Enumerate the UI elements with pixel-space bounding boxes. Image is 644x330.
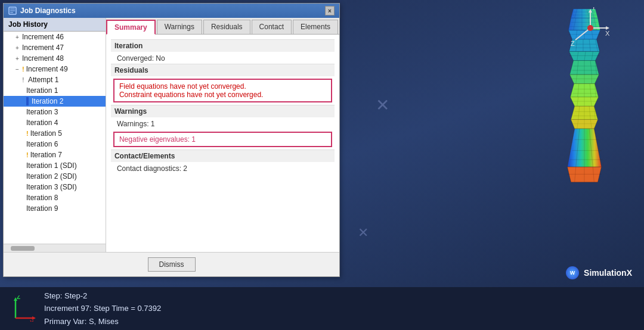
tree-item-inc47[interactable]: + Increment 47 [4,42,106,53]
cross-marker-2: ✕ [358,225,369,241]
svg-text:X: X [605,30,610,37]
cross-marker-1: ✕ [376,95,389,115]
step-label: Step: Step-2 [44,289,161,302]
dialog-body: Job History + Increment 46 + Incremen [4,18,339,252]
dismiss-button[interactable]: Dismiss [148,257,196,272]
tree-label-inc48: Increment 48 [22,54,64,63]
tree-item-iter6[interactable]: Iteration 6 [4,139,106,150]
blue-marker-iter2 [26,97,29,105]
constraint-eq-msg: Constraint equations have not yet conver… [119,91,326,99]
expand-icon-inc46: + [14,34,20,41]
tree-item-iter5[interactable]: ! Iteration 5 [4,128,106,139]
tab-elements[interactable]: Elements [293,20,338,34]
watermark: W SimulationX [566,266,632,279]
tabs-bar: Summary Warnings Residuals Contact Eleme… [106,18,339,35]
tree-label-iter9: Iteration 9 [26,204,58,213]
field-eq-msg: Field equations have not yet converged. [119,82,326,91]
tree-item-iter7[interactable]: ! Iteration 7 [4,150,106,160]
svg-point-10 [587,25,593,31]
tree-label-iter3: Iteration 3 [26,108,58,116]
tree-label-iter2sdi: Iteration 2 (SDI) [26,172,77,180]
expand-icon-inc48: + [14,55,20,62]
tree-label-iter5: Iteration 5 [30,129,62,138]
tree-item-inc49[interactable]: − ! Increment 49 [4,64,106,74]
tree-item-inc48[interactable]: + Increment 48 [4,53,106,64]
tab-warnings[interactable]: Warnings [157,20,202,34]
tree-item-iter9[interactable]: Iteration 9 [4,203,106,214]
tree-item-att1[interactable]: ! Attempt 1 [4,74,106,85]
tree-label-iter1sdi: Iteration 1 (SDI) [26,161,77,170]
tree-label-iter2: Iteration 2 [32,97,63,105]
status-bar: Z X Step: Step-2 Increment 97: Step Time… [0,287,644,330]
tab-contact[interactable]: Contact [252,20,292,34]
tree-item-inc46[interactable]: + Increment 46 [4,32,106,42]
dialog-title-icon [8,7,17,15]
expand-icon-att1: ! [20,77,26,83]
tree-item-iter8[interactable]: Iteration 8 [4,192,106,203]
svg-text:Z: Z [571,40,575,47]
tree-header: Job History [4,18,106,32]
tree-label-iter6: Iteration 6 [26,140,58,148]
tree-label-att1: Attempt 1 [28,76,58,84]
warn-icon-inc49: ! [22,66,24,73]
section-header-contact: Contact/Elements [111,150,335,162]
tree-hscrollbar-thumb[interactable] [11,246,35,251]
tree-label-inc46: Increment 46 [22,33,64,41]
tree-item-iter1[interactable]: Iteration 1 [4,85,106,96]
tree-item-iter2[interactable]: Iteration 2 [4,96,106,107]
contact-diagnostics-row: Contact diagnostics: 2 [111,163,335,174]
dialog-footer: Dismiss [4,252,339,276]
negative-eigenvalues-box: Negative eigenvalues: 1 [113,132,332,147]
tree-label-inc47: Increment 47 [22,43,64,52]
watermark-label: SimulationX [584,268,632,278]
section-header-residuals: Residuals [111,64,335,76]
tree-item-iter1sdi[interactable]: Iteration 1 (SDI) [4,160,106,171]
tree-item-iter2sdi[interactable]: Iteration 2 (SDI) [4,171,106,182]
warn-icon-iter5: ! [26,130,29,137]
summary-panel: Summary Warnings Residuals Contact Eleme… [106,18,339,252]
svg-text:Z: Z [17,295,20,300]
warn-icon-iter7: ! [26,151,29,158]
section-header-iteration: Iteration [111,39,335,52]
tree-label-iter7: Iteration 7 [30,151,62,159]
svg-text:X: X [30,320,34,322]
tree-item-iter3sdi[interactable]: Iteration 3 (SDI) [4,182,106,192]
tab-residuals[interactable]: Residuals [203,20,250,34]
tree-label-inc49: Increment 49 [26,65,68,73]
tree-scroll-container[interactable]: + Increment 46 + Increment 47 + [4,32,106,244]
tree-item-iter3[interactable]: Iteration 3 [4,107,106,117]
watermark-icon: W [566,266,579,279]
tree-item-iter4[interactable]: Iteration 4 [4,117,106,128]
expand-icon-inc47: + [14,45,20,51]
tree-label-iter3sdi: Iteration 3 (SDI) [26,183,77,191]
residuals-highlighted-box: Field equations have not yet converged. … [113,79,332,102]
negative-eigenvalues-msg: Negative eigenvalues: 1 [119,135,326,144]
svg-text:Y: Y [592,7,596,11]
converged-row: Converged: No [111,53,335,64]
summary-content: Iteration Converged: No Residuals Field … [106,35,339,252]
dialog-title-text: Job Diagnostics [20,7,76,15]
section-header-warnings: Warnings [111,105,335,117]
job-history-panel: Job History + Increment 46 + Incremen [4,18,106,252]
status-text-block: Step: Step-2 Increment 97: Step Time = 0… [44,289,161,328]
dialog-titlebar: Job Diagnostics × [4,4,339,18]
expand-icon-inc49: − [14,66,20,73]
job-diagnostics-dialog: Job Diagnostics × Job History + Incremen… [3,3,340,277]
tree-label-iter1: Iteration 1 [26,86,58,95]
close-button[interactable]: × [325,6,335,15]
axis-triad: Y X Z [569,7,611,51]
tree-label-iter4: Iteration 4 [26,119,58,127]
tree-label-iter8: Iteration 8 [26,194,58,202]
tab-summary[interactable]: Summary [106,20,156,35]
axis-indicator: Z X [10,295,36,322]
primary-var-label: Primary Var: S, Mises [44,315,161,328]
increment-label: Increment 97: Step Time = 0.7392 [44,302,161,315]
viewport-panel: Y X Z ✕ ✕ [346,0,644,330]
warnings-count-row: Warnings: 1 [111,119,335,129]
